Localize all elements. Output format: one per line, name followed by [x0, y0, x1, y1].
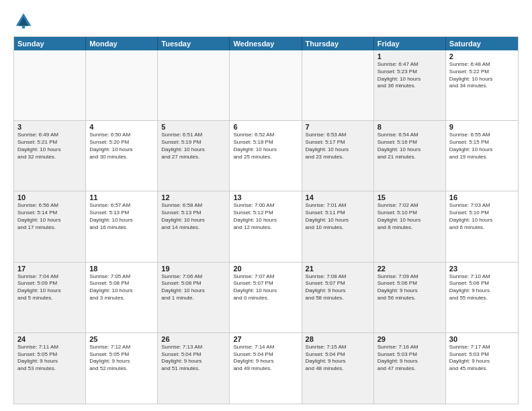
day-number: 11 [89, 193, 154, 201]
cal-cell: 3Sunrise: 6:49 AM Sunset: 5:21 PM Daylig… [14, 121, 86, 191]
logo [13, 11, 36, 31]
cal-cell: 10Sunrise: 6:56 AM Sunset: 5:14 PM Dayli… [14, 191, 86, 261]
day-header-thursday: Thursday [302, 37, 374, 50]
cell-info: Sunrise: 7:07 AM Sunset: 5:07 PM Dayligh… [233, 273, 298, 302]
cell-info: Sunrise: 7:10 AM Sunset: 5:06 PM Dayligh… [449, 273, 515, 302]
cal-cell: 22Sunrise: 7:09 AM Sunset: 5:06 PM Dayli… [374, 263, 446, 332]
day-number: 16 [449, 193, 515, 201]
day-number: 13 [233, 193, 298, 201]
cal-cell: 28Sunrise: 7:15 AM Sunset: 5:04 PM Dayli… [302, 333, 374, 404]
day-number: 1 [378, 52, 442, 60]
cal-cell: 1Sunrise: 6:47 AM Sunset: 5:23 PM Daylig… [374, 50, 446, 120]
day-header-saturday: Saturday [446, 37, 518, 50]
day-number: 9 [449, 123, 515, 131]
page: SundayMondayTuesdayWednesdayThursdayFrid… [0, 0, 532, 411]
cal-cell: 16Sunrise: 7:03 AM Sunset: 5:10 PM Dayli… [446, 191, 518, 261]
cell-info: Sunrise: 7:13 AM Sunset: 5:04 PM Dayligh… [161, 344, 226, 373]
cal-cell: 29Sunrise: 7:16 AM Sunset: 5:03 PM Dayli… [374, 333, 446, 404]
day-number: 8 [378, 123, 442, 131]
cell-info: Sunrise: 6:58 AM Sunset: 5:13 PM Dayligh… [161, 202, 226, 231]
header [13, 11, 519, 31]
day-number: 4 [89, 123, 154, 131]
day-number: 3 [17, 123, 82, 131]
cell-info: Sunrise: 6:54 AM Sunset: 5:16 PM Dayligh… [378, 132, 442, 161]
cell-info: Sunrise: 6:49 AM Sunset: 5:21 PM Dayligh… [17, 132, 82, 161]
day-header-friday: Friday [374, 37, 446, 50]
cell-info: Sunrise: 6:55 AM Sunset: 5:15 PM Dayligh… [449, 132, 515, 161]
cal-cell: 7Sunrise: 6:53 AM Sunset: 5:17 PM Daylig… [302, 121, 374, 191]
day-header-tuesday: Tuesday [158, 37, 230, 50]
day-number: 29 [378, 335, 442, 343]
calendar-body: 1Sunrise: 6:47 AM Sunset: 5:23 PM Daylig… [14, 50, 518, 404]
day-number: 15 [378, 193, 442, 201]
cal-cell: 9Sunrise: 6:55 AM Sunset: 5:15 PM Daylig… [446, 121, 518, 191]
cal-cell [14, 50, 86, 120]
cell-info: Sunrise: 6:50 AM Sunset: 5:20 PM Dayligh… [89, 132, 154, 161]
cal-cell [302, 50, 374, 120]
day-number: 20 [233, 265, 298, 273]
cal-cell: 18Sunrise: 7:05 AM Sunset: 5:08 PM Dayli… [86, 263, 158, 332]
svg-rect-2 [22, 26, 26, 29]
calendar-week-1: 1Sunrise: 6:47 AM Sunset: 5:23 PM Daylig… [14, 50, 518, 121]
cal-cell: 23Sunrise: 7:10 AM Sunset: 5:06 PM Dayli… [446, 263, 518, 332]
day-number: 18 [89, 265, 154, 273]
cal-cell: 12Sunrise: 6:58 AM Sunset: 5:13 PM Dayli… [158, 191, 230, 261]
cal-cell: 14Sunrise: 7:01 AM Sunset: 5:11 PM Dayli… [302, 191, 374, 261]
day-number: 28 [306, 335, 370, 343]
day-header-wednesday: Wednesday [230, 37, 302, 50]
cal-cell: 20Sunrise: 7:07 AM Sunset: 5:07 PM Dayli… [230, 263, 302, 332]
day-header-monday: Monday [86, 37, 158, 50]
cell-info: Sunrise: 6:47 AM Sunset: 5:23 PM Dayligh… [378, 61, 442, 90]
day-number: 6 [233, 123, 298, 131]
calendar-week-5: 24Sunrise: 7:11 AM Sunset: 5:05 PM Dayli… [14, 333, 518, 404]
cal-cell: 6Sunrise: 6:52 AM Sunset: 5:18 PM Daylig… [230, 121, 302, 191]
day-number: 5 [161, 123, 226, 131]
cal-cell: 5Sunrise: 6:51 AM Sunset: 5:19 PM Daylig… [158, 121, 230, 191]
cell-info: Sunrise: 7:04 AM Sunset: 5:09 PM Dayligh… [17, 273, 82, 302]
day-number: 7 [306, 123, 370, 131]
cell-info: Sunrise: 6:56 AM Sunset: 5:14 PM Dayligh… [17, 202, 82, 231]
day-number: 2 [449, 52, 515, 60]
day-number: 25 [89, 335, 154, 343]
cal-cell [230, 50, 302, 120]
cell-info: Sunrise: 7:09 AM Sunset: 5:06 PM Dayligh… [378, 273, 442, 302]
cal-cell: 4Sunrise: 6:50 AM Sunset: 5:20 PM Daylig… [86, 121, 158, 191]
cal-cell: 17Sunrise: 7:04 AM Sunset: 5:09 PM Dayli… [14, 263, 86, 332]
cell-info: Sunrise: 7:15 AM Sunset: 5:04 PM Dayligh… [306, 344, 370, 373]
cell-info: Sunrise: 7:08 AM Sunset: 5:07 PM Dayligh… [306, 273, 370, 302]
cal-cell: 21Sunrise: 7:08 AM Sunset: 5:07 PM Dayli… [302, 263, 374, 332]
day-number: 14 [306, 193, 370, 201]
cell-info: Sunrise: 6:57 AM Sunset: 5:13 PM Dayligh… [89, 202, 154, 231]
day-number: 24 [17, 335, 82, 343]
day-number: 27 [233, 335, 298, 343]
cal-cell: 24Sunrise: 7:11 AM Sunset: 5:05 PM Dayli… [14, 333, 86, 404]
cell-info: Sunrise: 7:16 AM Sunset: 5:03 PM Dayligh… [378, 344, 442, 373]
cal-cell [158, 50, 230, 120]
cell-info: Sunrise: 7:05 AM Sunset: 5:08 PM Dayligh… [89, 273, 154, 302]
cal-cell: 13Sunrise: 7:00 AM Sunset: 5:12 PM Dayli… [230, 191, 302, 261]
cell-info: Sunrise: 7:14 AM Sunset: 5:04 PM Dayligh… [233, 344, 298, 373]
day-number: 26 [161, 335, 226, 343]
cal-cell: 19Sunrise: 7:06 AM Sunset: 5:08 PM Dayli… [158, 263, 230, 332]
day-number: 10 [17, 193, 82, 201]
calendar-week-2: 3Sunrise: 6:49 AM Sunset: 5:21 PM Daylig… [14, 121, 518, 191]
day-number: 22 [378, 265, 442, 273]
cal-cell [86, 50, 158, 120]
cell-info: Sunrise: 7:12 AM Sunset: 5:05 PM Dayligh… [89, 344, 154, 373]
day-header-sunday: Sunday [14, 37, 86, 50]
cell-info: Sunrise: 6:52 AM Sunset: 5:18 PM Dayligh… [233, 132, 298, 161]
day-number: 19 [161, 265, 226, 273]
cal-cell: 30Sunrise: 7:17 AM Sunset: 5:03 PM Dayli… [446, 333, 518, 404]
calendar-header: SundayMondayTuesdayWednesdayThursdayFrid… [14, 37, 518, 50]
logo-icon [13, 11, 34, 31]
cal-cell: 27Sunrise: 7:14 AM Sunset: 5:04 PM Dayli… [230, 333, 302, 404]
day-number: 17 [17, 265, 82, 273]
day-number: 21 [306, 265, 370, 273]
cell-info: Sunrise: 7:11 AM Sunset: 5:05 PM Dayligh… [17, 344, 82, 373]
day-number: 12 [161, 193, 226, 201]
cal-cell: 15Sunrise: 7:02 AM Sunset: 5:10 PM Dayli… [374, 191, 446, 261]
cell-info: Sunrise: 7:06 AM Sunset: 5:08 PM Dayligh… [161, 273, 226, 302]
day-number: 30 [449, 335, 515, 343]
cell-info: Sunrise: 7:00 AM Sunset: 5:12 PM Dayligh… [233, 202, 298, 231]
calendar-week-3: 10Sunrise: 6:56 AM Sunset: 5:14 PM Dayli… [14, 191, 518, 262]
